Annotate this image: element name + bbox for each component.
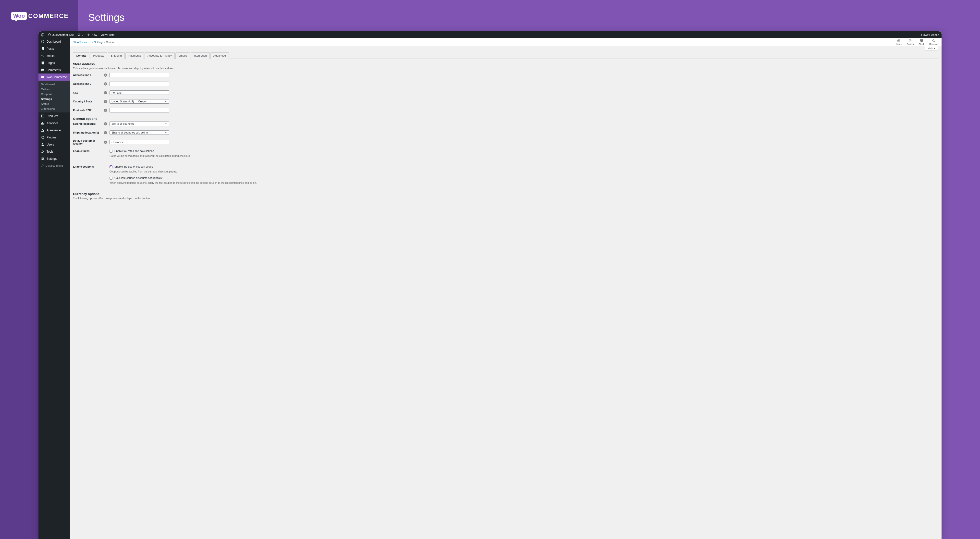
sidebar-item-products[interactable]: Products [38,113,70,119]
admin-bar: Just Another Site 0 New View Posts Howdy… [38,31,942,38]
address1-label: Address line 1 [73,73,104,76]
sidebar-item-dashboard[interactable]: Dashboard [38,38,70,45]
defloc-label: Default customer location [73,139,104,145]
address1-input[interactable] [110,73,169,77]
general-options-heading: General options [73,117,938,121]
coupons-checkbox-label: Enable the use of coupon codes [115,165,153,168]
help-icon[interactable]: ? [104,141,107,144]
chevron-down-icon: ▾ [934,47,935,50]
sidebar-item-woocommerce[interactable]: WooCommerce [38,73,70,81]
svg-rect-4 [42,62,44,64]
sidebar-item-analytics[interactable]: Analytics [38,119,70,127]
page-title: Settings [88,12,124,23]
orders-icon[interactable]: Orders [907,39,913,45]
svg-point-2 [41,55,43,56]
admin-sidebar: Dashboard Posts Media Pages Comments Woo… [38,38,70,539]
help-icon[interactable]: ? [104,73,107,77]
help-icon[interactable]: ? [104,131,107,134]
svg-point-11 [41,164,44,167]
submenu-orders[interactable]: Orders [38,87,70,92]
selling-label: Selling location(s) [73,122,104,125]
svg-point-10 [42,159,43,160]
defloc-select[interactable]: Geolocate [110,140,169,144]
sidebar-item-posts[interactable]: Posts [38,45,70,52]
svg-point-9 [43,158,44,159]
sidebar-item-users[interactable]: Users [38,141,70,148]
shipping-label: Shipping location(s) [73,131,104,134]
sidebar-item-settings[interactable]: Settings [38,155,70,162]
tab-products[interactable]: Products [90,52,107,59]
help-tab[interactable]: Help ▾ [925,46,938,51]
taxes-label: Enable taxes [73,149,104,153]
svg-rect-16 [921,41,921,41]
svg-point-8 [42,157,43,158]
tab-advanced[interactable]: Advanced [210,52,229,59]
submenu-coupons[interactable]: Coupons [38,92,70,97]
svg-rect-15 [922,40,923,40]
woocommerce-logo: Woo COMMERCE [11,12,68,20]
svg-rect-17 [922,41,923,41]
taxes-checkbox[interactable] [110,150,113,153]
view-posts-link[interactable]: View Posts [100,33,115,36]
coupons-sequential-checkbox[interactable] [110,176,113,180]
collapse-menu[interactable]: Colapse menu [38,162,70,169]
submenu-status[interactable]: Status [38,102,70,107]
site-link[interactable]: Just Another Site [48,33,74,37]
coupons-checkbox[interactable] [110,165,113,168]
help-icon[interactable]: ? [104,109,107,112]
reviews-icon[interactable]: Reviews [929,39,938,45]
svg-point-7 [42,143,43,145]
city-input[interactable] [110,91,169,95]
taxes-help: Rates will be configurable and taxes wil… [110,154,190,157]
tab-general[interactable]: General [73,52,89,59]
help-icon[interactable]: ? [104,100,107,103]
selling-select[interactable]: Sell to all countries [110,121,169,126]
submenu-settings[interactable]: Settings [38,97,70,102]
help-icon[interactable]: ? [104,91,107,94]
country-select[interactable]: United States (US) — Oregon [110,99,169,103]
updates-link[interactable]: 0 [77,33,83,37]
greeting[interactable]: Howdy, Admin [921,33,939,36]
sidebar-item-media[interactable]: Media [38,52,70,59]
breadcrumb-settings[interactable]: Settings [94,41,103,44]
sidebar-item-appearance[interactable]: Apearence [38,127,70,134]
shipping-select[interactable]: Ship to all countries you sell to [110,130,169,135]
coupons-sequential-label: Calculate coupon discounts sequentially [115,176,162,179]
help-icon[interactable]: ? [104,122,107,126]
store-address-heading: Store Address [73,62,938,66]
breadcrumb: WooCommerce / Settings / General [73,41,115,44]
coupons-label: Enable coupons [73,165,104,168]
settings-tabs: General Products Shipping Payments Accou… [73,52,938,59]
coupons-sequential-help: When applying multiple coupons, apply th… [110,181,257,184]
breadcrumb-current: General [106,41,115,44]
country-label: Country / State [73,100,104,103]
new-link[interactable]: New [87,33,97,37]
city-label: City [73,91,104,94]
submenu-extensions[interactable]: Extensions [38,107,70,111]
currency-desc: The following options affect how prices … [73,197,938,200]
zip-input[interactable] [110,108,169,113]
tab-payments[interactable]: Payments [126,52,144,59]
coupons-help: Coupons can be applied from the cart and… [110,170,257,173]
inbox-icon[interactable]: Inbox [896,39,902,45]
store-address-desc: This is where your business is located. … [73,67,938,70]
stock-icon[interactable]: Stock [918,39,924,45]
tab-integration[interactable]: Integration [191,52,210,59]
tab-emails[interactable]: Emails [175,52,190,59]
tab-accounts[interactable]: Accounts & Privacy [145,52,175,59]
address2-label: Address line 2 [73,82,104,85]
sidebar-item-tools[interactable]: Tools [38,148,70,155]
address2-input[interactable] [110,81,169,86]
zip-label: Postcode / ZIP [73,109,104,112]
sidebar-item-comments[interactable]: Comments [38,67,70,73]
sidebar-item-plugins[interactable]: Plugins [38,134,70,141]
woocommerce-submenu: Dashboard Orders Coupons Settings Status… [38,81,70,113]
svg-rect-6 [41,115,44,118]
currency-heading: Currency options [73,192,938,196]
sidebar-item-pages[interactable]: Pages [38,59,70,67]
tab-shipping[interactable]: Shipping [108,52,125,59]
help-icon[interactable]: ? [104,82,107,86]
wp-logo-icon[interactable] [41,33,45,37]
breadcrumb-woocommerce[interactable]: WooCommerce [73,41,91,44]
submenu-dashboard[interactable]: Dashboard [38,82,70,87]
